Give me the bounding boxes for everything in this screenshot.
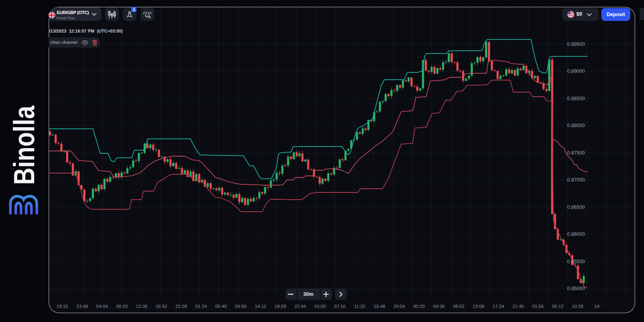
svg-text:03:00: 03:00 <box>314 304 326 309</box>
svg-text:0.89500: 0.89500 <box>567 41 585 47</box>
svg-text:0.89000: 0.89000 <box>567 68 585 74</box>
svg-text:10:28: 10:28 <box>572 304 584 309</box>
svg-text:0.87500: 0.87500 <box>567 150 585 156</box>
svg-text:19:32: 19:32 <box>57 304 68 309</box>
svg-text:14:: 14: <box>594 304 601 309</box>
svg-text:04:04: 04:04 <box>96 304 108 309</box>
svg-text:08:20: 08:20 <box>116 304 128 309</box>
svg-text:04:36: 04:36 <box>433 304 445 309</box>
svg-text:21:40: 21:40 <box>512 304 524 309</box>
svg-text:05:40: 05:40 <box>215 304 227 309</box>
svg-text:20:04: 20:04 <box>394 304 405 309</box>
svg-text:0.85000: 0.85000 <box>567 286 585 291</box>
svg-text:12:36: 12:36 <box>136 304 148 309</box>
svg-text:17:24: 17:24 <box>493 304 504 309</box>
svg-text:01:24: 01:24 <box>195 304 207 309</box>
svg-text:13:08: 13:08 <box>473 304 484 309</box>
svg-text:22:44: 22:44 <box>294 304 306 309</box>
svg-text:16:52: 16:52 <box>156 304 167 309</box>
svg-text:0.85500: 0.85500 <box>567 259 585 264</box>
svg-text:0.86000: 0.86000 <box>567 231 585 237</box>
svg-text:06:12: 06:12 <box>552 304 564 309</box>
svg-text:0.87000: 0.87000 <box>567 177 585 183</box>
svg-text:0.88000: 0.88000 <box>567 123 585 128</box>
svg-text:07:16: 07:16 <box>334 304 346 309</box>
svg-text:21:08: 21:08 <box>175 304 187 309</box>
svg-text:09:56: 09:56 <box>235 304 247 309</box>
svg-text:15:48: 15:48 <box>374 304 385 309</box>
svg-text:00:20: 00:20 <box>413 304 425 309</box>
svg-text:01:56: 01:56 <box>532 304 544 309</box>
svg-text:0.88500: 0.88500 <box>567 96 585 101</box>
svg-text:14:12: 14:12 <box>255 304 266 309</box>
svg-text:18:28: 18:28 <box>275 304 286 309</box>
svg-text:08:52: 08:52 <box>453 304 464 309</box>
svg-text:11:32: 11:32 <box>354 304 365 309</box>
svg-text:23:48: 23:48 <box>76 304 88 309</box>
svg-text:0.86500: 0.86500 <box>567 204 585 210</box>
